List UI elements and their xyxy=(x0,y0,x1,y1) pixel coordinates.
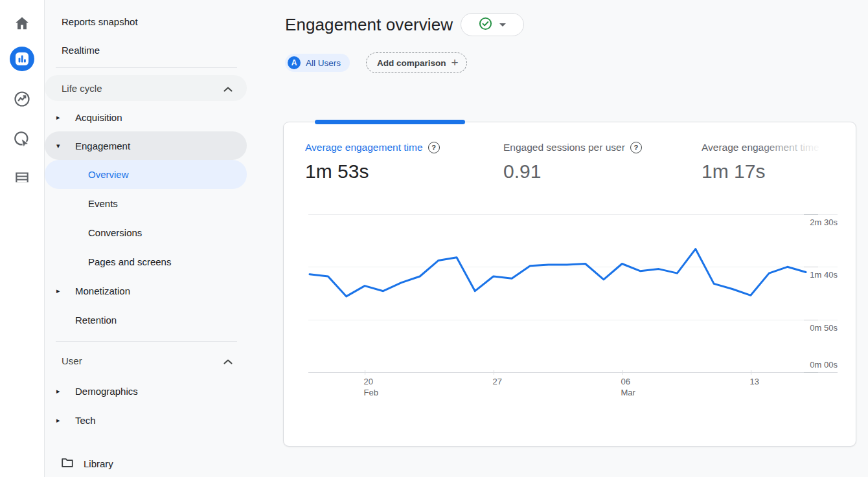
engagement-time-line-chart: 2m 30s1m 40s0m 50s0m 00s20Feb2706Mar13 xyxy=(284,212,854,425)
metric-label: Engaged sessions per user xyxy=(503,142,625,153)
sidebar-item-label: Pages and screens xyxy=(88,256,171,267)
segment-label: All Users xyxy=(306,58,341,68)
explore-icon xyxy=(13,90,31,111)
sidebar-item-label: Conversions xyxy=(88,227,142,238)
sidebar-item-events[interactable]: Events xyxy=(45,189,247,218)
add-comparison-button[interactable]: Add comparison xyxy=(366,52,467,73)
sidebar-item-label: Demographics xyxy=(75,386,138,397)
metric-label: Average engagement time p xyxy=(702,142,827,153)
sidebar-item-label: Events xyxy=(88,198,118,209)
engagement-overview-card: Average engagement time 1m 53s Engaged s… xyxy=(283,122,856,447)
advertising-icon xyxy=(13,130,31,151)
reports-icon xyxy=(10,47,34,74)
sidebar-item-acquisition[interactable]: Acquisition xyxy=(45,103,247,131)
chevron-up-icon xyxy=(223,355,233,366)
reports-sidebar: Reports snapshot Realtime Life cycle Acq… xyxy=(45,0,247,477)
home-nav-button[interactable] xyxy=(0,9,44,40)
collapse-arrow-icon[interactable] xyxy=(45,142,75,150)
check-circle-icon xyxy=(479,17,492,33)
all-users-segment-chip[interactable]: A All Users xyxy=(285,54,350,72)
section-header-user[interactable]: User xyxy=(45,348,247,373)
expand-arrow-icon[interactable] xyxy=(45,416,75,425)
app-icon-rail xyxy=(0,0,45,477)
sidebar-item-label: Acquisition xyxy=(75,112,122,123)
sidebar-item-tech[interactable]: Tech xyxy=(45,406,247,435)
sidebar-item-monetization[interactable]: Monetization xyxy=(45,276,247,305)
metric-average-engagement-time-per-session: Average engagement time p 1m 17s xyxy=(702,140,827,183)
advertising-nav-button[interactable] xyxy=(0,120,44,161)
help-icon[interactable] xyxy=(630,142,642,153)
sidebar-item-demographics[interactable]: Demographics xyxy=(45,377,247,406)
sidebar-item-conversions[interactable]: Conversions xyxy=(45,218,247,247)
report-status-dropdown[interactable] xyxy=(461,13,524,36)
explore-nav-button[interactable] xyxy=(0,80,44,120)
sidebar-item-label: Overview xyxy=(88,169,129,180)
chart-canvas xyxy=(284,212,854,406)
page-title: Engagement overview xyxy=(285,15,453,35)
divider xyxy=(56,67,237,68)
plus-icon xyxy=(451,56,459,70)
configure-nav-button[interactable] xyxy=(0,161,44,197)
sidebar-item-realtime[interactable]: Realtime xyxy=(45,38,247,62)
home-icon xyxy=(14,15,30,34)
sidebar-item-label: Realtime xyxy=(62,45,100,56)
section-header-life-cycle[interactable]: Life cycle xyxy=(45,75,247,101)
expand-arrow-icon[interactable] xyxy=(45,113,75,122)
sidebar-item-reports-snapshot[interactable]: Reports snapshot xyxy=(45,9,247,34)
sidebar-item-label: Engagement xyxy=(75,140,130,151)
segment-avatar: A xyxy=(288,56,301,69)
metric-value: 1m 53s xyxy=(305,161,440,183)
reports-nav-button[interactable] xyxy=(0,40,44,80)
sidebar-item-label: Library xyxy=(84,458,113,469)
metric-tab[interactable]: Average engagement time p xyxy=(702,140,827,155)
help-icon[interactable] xyxy=(428,142,440,153)
expand-arrow-icon[interactable] xyxy=(45,387,75,395)
sidebar-item-engagement[interactable]: Engagement xyxy=(45,131,247,160)
metric-engaged-sessions-per-user: Engaged sessions per user 0.91 xyxy=(503,140,642,183)
sidebar-item-label: Tech xyxy=(75,415,96,426)
chevron-up-icon xyxy=(223,83,233,94)
sidebar-item-library[interactable]: Library xyxy=(45,449,247,477)
metric-tab[interactable]: Average engagement time xyxy=(305,140,440,155)
sidebar-item-label: Monetization xyxy=(75,285,130,296)
metric-value: 1m 17s xyxy=(702,161,827,183)
sidebar-item-label: Reports snapshot xyxy=(62,16,138,27)
metric-average-engagement-time: Average engagement time 1m 53s xyxy=(305,140,440,183)
sidebar-item-label: Retention xyxy=(75,315,117,326)
section-header-label: User xyxy=(62,355,82,366)
folder-icon xyxy=(60,456,84,472)
carousel-tab-indicator xyxy=(315,120,465,124)
metric-tab[interactable]: Engaged sessions per user xyxy=(503,140,642,155)
divider xyxy=(56,341,237,342)
add-comparison-label: Add comparison xyxy=(377,58,446,68)
metric-value: 0.91 xyxy=(503,161,642,183)
sidebar-item-retention[interactable]: Retention xyxy=(45,305,247,335)
chevron-down-icon xyxy=(499,23,506,27)
expand-arrow-icon[interactable] xyxy=(45,287,75,295)
section-header-label: Life cycle xyxy=(62,83,102,94)
configure-icon xyxy=(14,169,30,188)
sidebar-item-pages-and-screens[interactable]: Pages and screens xyxy=(45,247,247,276)
engagement-time-series-line xyxy=(310,249,806,296)
sidebar-item-overview[interactable]: Overview xyxy=(45,160,247,189)
metric-label: Average engagement time xyxy=(305,142,423,153)
